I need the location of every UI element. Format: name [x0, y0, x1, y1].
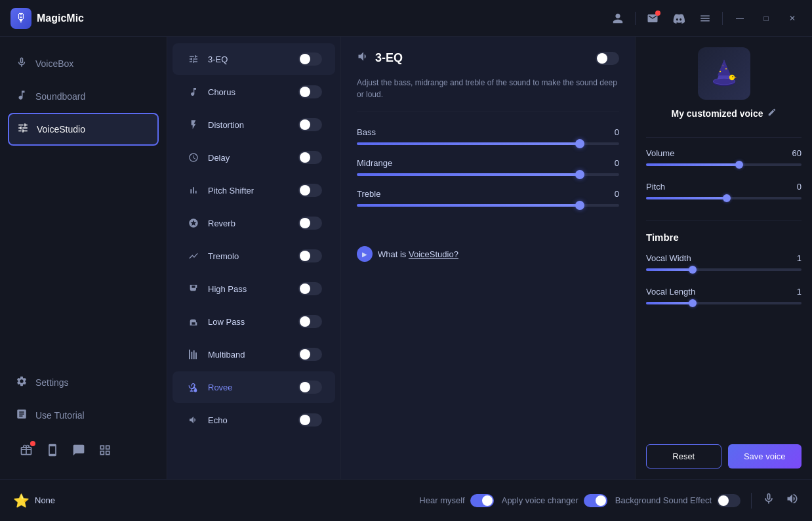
high-pass-icon	[186, 281, 201, 297]
vocal-width-value: 1	[797, 253, 802, 263]
toggle-reverb[interactable]	[298, 217, 322, 230]
effect-item-high-pass[interactable]: High Pass	[173, 273, 335, 304]
bottom-divider	[751, 493, 752, 509]
right-panel: My customized voice Volume 60 Pitch 0	[635, 37, 812, 479]
effect-item-reverb[interactable]: Reverb	[173, 207, 335, 239]
save-voice-button[interactable]: Save voice	[728, 444, 802, 469]
vocal-width-label: Vocal Width	[646, 253, 691, 263]
bass-label: Bass	[357, 127, 376, 137]
vocal-length-param: Vocal Length 1	[646, 287, 802, 307]
effect-item-chorus[interactable]: Chorus	[173, 76, 335, 108]
timbre-label: Timbre	[646, 232, 802, 243]
toggle-rovee[interactable]	[298, 381, 322, 394]
toggle-eq-main[interactable]	[596, 52, 619, 65]
vocal-length-value: 1	[797, 287, 802, 297]
voicestudio-icon	[17, 122, 29, 136]
edit-icon[interactable]	[767, 108, 777, 119]
toggle-echo[interactable]	[298, 413, 322, 427]
titlebar: 🎙 MagicMic — □ ✕	[0, 0, 812, 37]
sidebar-item-voicestudio[interactable]: VoiceStudio	[8, 113, 159, 146]
pitch-slider[interactable]	[646, 197, 802, 199]
effect-item-3eq[interactable]: 3-EQ	[173, 43, 335, 75]
maximize-button[interactable]: □	[757, 9, 775, 28]
voicestudio-link-text[interactable]: VoiceStudio?	[409, 249, 458, 259]
effect-item-distortion[interactable]: Distortion	[173, 109, 335, 140]
midrange-label: Midrange	[357, 158, 392, 168]
voicestudio-link-btn[interactable]: ▶ What is VoiceStudio?	[357, 246, 619, 262]
vocal-length-thumb[interactable]	[689, 299, 697, 307]
pitch-shifter-icon	[186, 182, 201, 198]
titlebar-actions: — □ ✕	[609, 9, 802, 28]
star-icon: ⭐	[13, 493, 30, 509]
chorus-icon	[186, 84, 201, 100]
pitch-thumb[interactable]	[723, 194, 731, 202]
sidebar-item-soundboard[interactable]: Soundboard	[0, 80, 167, 113]
toggle-low-pass[interactable]	[298, 315, 322, 328]
mail-badge	[655, 10, 660, 16]
reset-button[interactable]: Reset	[646, 444, 721, 469]
bass-thumb[interactable]	[575, 139, 584, 148]
toggle-chorus[interactable]	[298, 85, 322, 98]
toggle-tremolo[interactable]	[298, 249, 322, 262]
hear-myself-toggle[interactable]	[470, 494, 494, 507]
logo-icon: 🎙	[10, 8, 31, 29]
effect-name-echo: Echo	[208, 415, 298, 425]
effect-name-distortion: Distortion	[208, 120, 298, 130]
bass-param: Bass 0	[357, 127, 619, 145]
bottom-controls: Hear myself Apply voice changer Backgrou…	[419, 494, 741, 507]
bottom-profile-name: None	[35, 495, 55, 505]
bass-slider[interactable]	[357, 142, 619, 145]
volume-thumb[interactable]	[735, 161, 743, 169]
speaker-bottom-icon[interactable]	[786, 492, 799, 509]
mic-bottom-icon[interactable]	[762, 492, 775, 509]
toggle-distortion[interactable]	[298, 118, 322, 131]
effect-item-tremolo[interactable]: Tremolo	[173, 240, 335, 272]
toggle-pitch-shifter[interactable]	[298, 184, 322, 197]
bottom-bar: ⭐ None Hear myself Apply voice changer B…	[0, 479, 812, 521]
discord-icon[interactable]	[670, 9, 688, 28]
layout-icon[interactable]	[94, 440, 115, 461]
effect-item-pitch-shifter[interactable]: Pitch Shifter	[173, 175, 335, 206]
minimize-button[interactable]: —	[731, 9, 749, 28]
effects-panel: 3-EQ Chorus Distortion Delay	[167, 37, 341, 479]
divider-2	[722, 12, 723, 25]
effect-item-rovee[interactable]: Rovee	[173, 371, 335, 403]
svg-point-3	[719, 71, 720, 72]
bottom-icons	[762, 492, 799, 509]
account-icon[interactable]	[609, 9, 627, 28]
treble-fill	[357, 204, 580, 207]
apply-changer-toggle[interactable]	[584, 494, 607, 507]
gift-icon[interactable]	[16, 440, 37, 461]
toggle-3eq[interactable]	[298, 52, 322, 66]
treble-thumb[interactable]	[575, 201, 584, 210]
gift-badge	[30, 441, 35, 446]
treble-label: Treble	[357, 189, 380, 199]
effect-item-multiband[interactable]: Multiband	[173, 339, 335, 370]
vocal-width-slider[interactable]	[646, 268, 802, 271]
toggle-multiband[interactable]	[298, 348, 322, 361]
divider-voice	[646, 137, 802, 138]
phone-icon[interactable]	[42, 440, 63, 461]
vocal-width-thumb[interactable]	[689, 266, 697, 274]
vocal-length-slider[interactable]	[646, 302, 802, 304]
sidebar-item-voicebox[interactable]: VoiceBox	[0, 47, 167, 80]
sidebar-item-tutorial[interactable]: Use Tutorial	[0, 399, 167, 432]
toggle-high-pass[interactable]	[298, 282, 322, 295]
bg-sound-toggle[interactable]	[717, 494, 741, 507]
chat-icon[interactable]	[68, 440, 89, 461]
menu-icon[interactable]	[696, 9, 714, 28]
eq-header-icon	[357, 50, 370, 66]
mail-icon[interactable]	[643, 9, 662, 28]
midrange-thumb[interactable]	[575, 170, 584, 179]
effect-item-delay[interactable]: Delay	[173, 142, 335, 173]
effect-item-low-pass[interactable]: Low Pass	[173, 306, 335, 337]
sidebar-item-settings[interactable]: Settings	[0, 366, 167, 399]
close-button[interactable]: ✕	[783, 9, 802, 28]
treble-slider[interactable]	[357, 204, 619, 207]
apply-changer-label: Apply voice changer	[502, 495, 579, 505]
toggle-delay[interactable]	[298, 151, 322, 164]
effect-item-echo[interactable]: Echo	[173, 404, 335, 436]
midrange-slider[interactable]	[357, 173, 619, 176]
sidebar-item-settings-label: Settings	[35, 377, 69, 388]
volume-slider[interactable]	[646, 163, 802, 166]
